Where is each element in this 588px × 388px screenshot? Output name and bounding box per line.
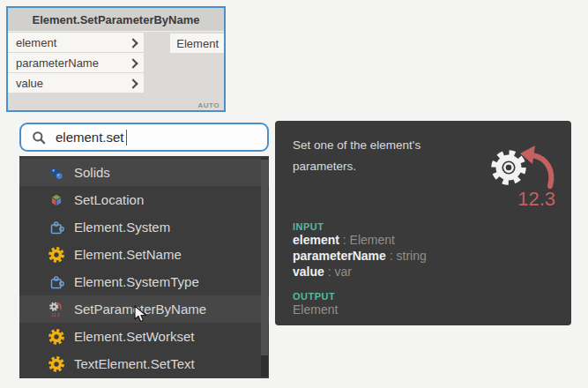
result-item-element-system[interactable]: Element.System	[19, 213, 269, 241]
version-badge: 12.3	[471, 142, 559, 211]
gear-icon	[48, 246, 65, 264]
puzzle-icon	[48, 219, 65, 236]
input-port-label: element	[16, 36, 56, 49]
input-port-value[interactable]: value	[8, 73, 144, 93]
node-description: Set one of the element's parameters.	[293, 135, 465, 177]
output-port-label: Element	[176, 37, 219, 50]
result-label: SetParameterByName	[74, 302, 206, 317]
result-label: Element.SetWorkset	[74, 329, 194, 344]
gear-icon	[48, 328, 65, 346]
search-icon	[32, 131, 46, 145]
result-label: SetLocation	[74, 192, 144, 207]
result-label: Element.SetName	[74, 247, 182, 262]
result-item-element-systemtype[interactable]: Element.SystemType	[19, 268, 269, 295]
version-number: 12.3	[471, 188, 559, 211]
output-type: Element	[293, 302, 554, 318]
port-chevron-icon	[128, 78, 138, 88]
output-section: OUTPUT Element	[293, 291, 554, 318]
output-section-label: OUTPUT	[293, 291, 554, 302]
input-port-label: value	[16, 77, 43, 90]
input-port-parametername[interactable]: parameterName	[8, 53, 144, 72]
param-name: parameterName	[293, 249, 386, 263]
result-label: TextElement.SetText	[74, 356, 195, 371]
port-chevron-icon	[128, 38, 138, 48]
param-separator: :	[324, 265, 335, 279]
search-query-text: element.set	[56, 130, 124, 145]
result-item-element-setname[interactable]: Element.SetName	[19, 241, 269, 268]
result-label: Element.SystemType	[74, 274, 199, 289]
input-port-element[interactable]: element	[8, 33, 144, 52]
puzzle-icon	[48, 273, 65, 291]
geometry-icon	[48, 191, 65, 209]
param-line: value : var	[293, 264, 554, 280]
lacing-mode-badge[interactable]: AUTO	[197, 101, 220, 109]
param-type: Element	[350, 233, 395, 247]
result-item-solids[interactable]: Solids	[19, 159, 269, 186]
scrollbar-thumb[interactable]	[261, 160, 268, 355]
input-section: INPUT element : Element parameterName : …	[293, 221, 554, 280]
param-name: value	[293, 265, 324, 279]
search-input[interactable]: element.set	[19, 123, 269, 152]
result-item-setparameterbyname[interactable]: 12.3 SetParameterByName	[19, 295, 269, 323]
node-info-tooltip: Set one of the element's parameters. 12.…	[275, 121, 571, 325]
input-section-label: INPUT	[293, 221, 554, 232]
param-separator: :	[339, 233, 350, 247]
output-port-element[interactable]: Element	[170, 34, 224, 53]
port-chevron-icon	[128, 58, 138, 68]
input-port-label: parameterName	[16, 56, 99, 70]
node-body: element parameterName value Element AUTO	[8, 33, 224, 112]
search-results-dropdown: Solids SetLocation Element.System Elemen…	[19, 156, 269, 378]
result-item-textelement-settext[interactable]: TextElement.SetText	[19, 350, 269, 377]
node-title[interactable]: Element.SetParameterByName	[8, 8, 224, 32]
dropdown-scrollbar[interactable]	[261, 158, 268, 377]
result-item-setlocation[interactable]: SetLocation	[19, 186, 269, 213]
text-caret	[126, 130, 128, 146]
result-item-element-setworkset[interactable]: Element.SetWorkset	[19, 323, 269, 350]
result-label: Solids	[74, 165, 110, 180]
versioned-gear-icon: 12.3	[48, 301, 65, 318]
gear-icon	[48, 355, 65, 373]
param-line: element : Element	[293, 232, 554, 248]
param-name: element	[293, 233, 339, 247]
param-type: string	[397, 249, 427, 263]
version-label: 12.3	[51, 312, 60, 317]
param-line: parameterName : string	[293, 248, 554, 264]
param-separator: :	[386, 249, 397, 263]
param-type: var	[334, 265, 351, 279]
solids-icon	[48, 164, 65, 182]
result-label: Element.System	[74, 220, 170, 235]
versioned-gear-icon	[485, 142, 559, 191]
dynamo-node[interactable]: Element.SetParameterByName element param…	[6, 6, 226, 112]
